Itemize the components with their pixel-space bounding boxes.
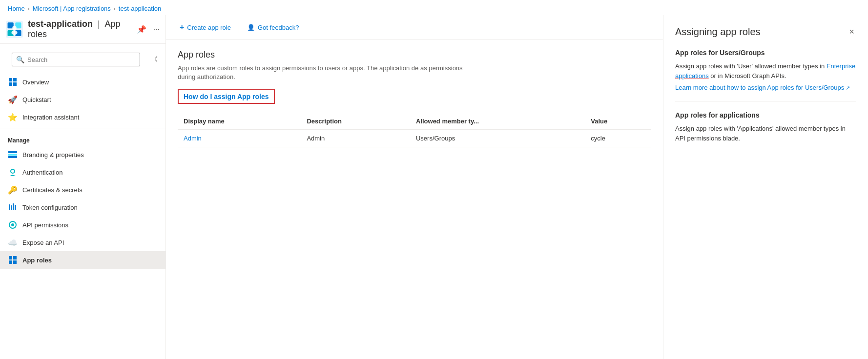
main-content: + Create app role 👤 Got feedback? App ro… [166,15,663,359]
col-value: Value [585,114,651,129]
svg-point-6 [11,31,17,35]
pin-icon[interactable]: 📌 [137,25,146,34]
svg-rect-16 [11,205,12,210]
svg-point-20 [11,223,14,226]
integration-label: Integration assistant [22,114,79,121]
api-permissions-icon [8,220,18,230]
col-allowed-member: Allowed member ty... [410,114,585,129]
search-box[interactable]: 🔍 [12,53,140,66]
search-icon: 🔍 [16,56,24,63]
main-layout: test-application | App roles 📌 ··· 🔍 《 O… [0,15,868,359]
svg-rect-17 [13,203,14,210]
create-app-role-button[interactable]: + Create app role [174,20,237,35]
col-description: Description [301,114,410,129]
panel-section2-title: App roles for applications [675,111,856,119]
sidebar-item-quickstart[interactable]: 🚀 Quickstart [0,91,165,108]
sidebar-item-overview[interactable]: Overview [0,73,165,91]
svg-point-5 [12,26,17,30]
svg-rect-15 [9,204,10,210]
side-panel: Assigning app roles × App roles for User… [663,15,868,359]
svg-rect-10 [13,82,17,86]
sidebar-item-integration[interactable]: ⭐ Integration assistant [0,108,165,126]
app-name: test-application [28,19,93,29]
svg-rect-21 [9,256,12,259]
search-container: 🔍 《 [6,48,160,71]
quickstart-label: Quickstart [22,96,51,103]
panel-section-applications: App roles for applications Assign app ro… [675,111,856,143]
toolbar-separator [239,21,239,33]
expose-api-icon: ☁️ [8,238,18,247]
api-permissions-label: API permissions [22,221,68,229]
integration-icon: ⭐ [8,112,18,122]
table-row: Admin Admin Users/Groups cycle [178,129,651,147]
sidebar-item-app-roles[interactable]: App roles [0,251,165,269]
create-plus-icon: + [180,23,184,32]
admin-link[interactable]: Admin [184,135,202,142]
svg-rect-8 [13,78,17,81]
cell-allowed-member: Users/Groups [410,129,585,147]
app-roles-label: App roles [22,257,52,264]
content-title: App roles [178,50,651,60]
svg-rect-12 [8,154,17,156]
sidebar: test-application | App roles 📌 ··· 🔍 《 O… [0,15,166,359]
nav-divider [0,128,165,128]
search-input[interactable] [27,56,136,63]
svg-rect-13 [8,156,17,158]
panel-section-users-groups: App roles for Users/Groups Assign app ro… [675,49,856,91]
expose-api-label: Expose an API [22,239,64,246]
panel-header: Assigning app roles × [675,25,856,39]
feedback-icon: 👤 [247,24,255,31]
svg-rect-18 [15,205,16,210]
create-label: Create app role [187,24,231,31]
cell-description: Admin [301,129,410,147]
app-header-title: test-application | App roles [28,19,128,40]
breadcrumb-home[interactable]: Home [8,5,25,12]
content-body: App roles App roles are custom roles to … [166,40,663,359]
table-body: Admin Admin Users/Groups cycle [178,129,651,147]
table-header: Display name Description Allowed member … [178,114,651,129]
panel-section2-text: Assign app roles with 'Applications' all… [675,124,856,143]
sidebar-item-authentication[interactable]: Authentication [0,163,165,181]
toolbar: + Create app role 👤 Got feedback? [166,15,663,40]
assign-app-roles-link[interactable]: How do I assign App roles [178,89,275,104]
branding-label: Branding & properties [22,151,84,159]
breadcrumb-app-registrations[interactable]: Microsoft | App registrations [33,5,111,12]
learn-more-link[interactable]: Learn more about how to assign App roles… [675,84,850,91]
feedback-label: Got feedback? [258,24,299,31]
breadcrumb-test-application[interactable]: test-application [119,5,161,12]
app-roles-table: Display name Description Allowed member … [178,114,651,147]
sidebar-item-token[interactable]: Token configuration [0,199,165,216]
svg-rect-23 [9,260,12,264]
feedback-button[interactable]: 👤 Got feedback? [241,21,305,34]
quickstart-icon: 🚀 [8,95,18,104]
sidebar-item-certificates[interactable]: 🔑 Certificates & secrets [0,181,165,199]
overview-label: Overview [22,79,49,86]
authentication-icon [8,167,18,177]
col-display-name: Display name [178,114,301,129]
app-roles-icon [8,255,18,265]
svg-rect-24 [13,260,17,264]
more-icon[interactable]: ··· [153,25,160,34]
collapse-icon[interactable]: 《 [149,53,160,66]
overview-icon [8,77,18,87]
cell-display-name: Admin [178,129,301,147]
certificates-icon: 🔑 [8,185,18,195]
svg-rect-22 [13,256,17,259]
svg-rect-9 [9,82,12,86]
certificates-label: Certificates & secrets [22,186,83,194]
cell-value: cycle [585,129,651,147]
authentication-label: Authentication [22,169,62,176]
sidebar-header: test-application | App roles 📌 ··· [0,15,165,44]
panel-section1-text: Assign app roles with 'User' allowed mem… [675,61,856,80]
sidebar-item-branding[interactable]: Branding & properties [0,146,165,163]
app-icon [6,20,23,39]
breadcrumb: Home › Microsoft | App registrations › t… [0,0,868,15]
token-label: Token configuration [22,204,78,211]
panel-close-button[interactable]: × [847,25,856,39]
sidebar-item-expose-api[interactable]: ☁️ Expose an API [0,234,165,251]
panel-text-after: or in Microsoft Graph APIs. [709,72,786,80]
svg-rect-7 [9,78,12,81]
sidebar-item-api-permissions[interactable]: API permissions [0,216,165,234]
svg-point-14 [11,169,15,173]
title-separator: | [98,19,100,29]
